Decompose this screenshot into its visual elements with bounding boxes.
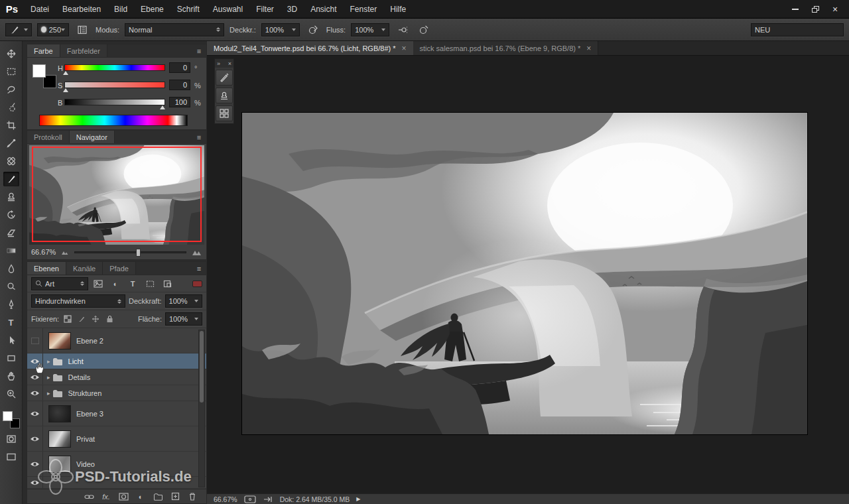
new-layer-button[interactable] <box>168 491 182 503</box>
expand-triangle-icon[interactable]: ▸ <box>47 358 50 365</box>
navigator-zoom-value[interactable]: 66.67% <box>31 248 56 256</box>
status-export-icon[interactable] <box>263 495 273 503</box>
foreground-color-swatch[interactable] <box>3 411 13 421</box>
navigator-zoom-slider[interactable] <box>74 251 186 253</box>
healing-brush-tool[interactable] <box>3 154 19 168</box>
tab-farbe[interactable]: Farbe <box>27 44 60 57</box>
pressure-opacity-button[interactable] <box>305 23 321 37</box>
tab-farbfelder[interactable]: Farbfelder <box>60 44 107 57</box>
crop-tool[interactable] <box>3 118 19 133</box>
layer-filter-toggle[interactable] <box>192 281 202 287</box>
tab-pfade[interactable]: Pfade <box>103 262 136 275</box>
brush-preset-picker[interactable]: 250 <box>37 23 69 36</box>
menu-auswahl[interactable]: Auswahl <box>206 0 249 19</box>
layers-scrollbar[interactable] <box>198 330 205 487</box>
lock-all-button[interactable] <box>104 313 115 325</box>
hue-slider[interactable] <box>64 64 165 71</box>
brush-tool[interactable] <box>3 172 19 186</box>
layers-scrollbar-thumb[interactable] <box>200 331 204 403</box>
add-adjustment-layer-button[interactable]: ◐ <box>133 491 148 503</box>
toggle-brush-panel-button[interactable] <box>74 23 90 37</box>
menu-3d[interactable]: 3D <box>281 0 304 19</box>
tab-navigator[interactable]: Navigator <box>70 131 115 143</box>
new-group-button[interactable] <box>151 491 165 503</box>
layer-style-button[interactable]: fx. <box>99 491 113 503</box>
document-tab-inactive[interactable]: stick salesman.psd bei 16.7% (Ebene 9, R… <box>413 41 599 55</box>
status-zoom-field[interactable]: 66.67% <box>214 495 237 503</box>
status-menu-arrow-icon[interactable]: ▶ <box>356 496 360 502</box>
workspace-switcher[interactable]: NEU <box>751 23 844 36</box>
lasso-tool[interactable] <box>3 82 19 97</box>
menu-bild[interactable]: Bild <box>107 0 134 19</box>
brightness-slider-thumb[interactable] <box>160 105 165 109</box>
clone-stamp-tool[interactable] <box>3 190 19 204</box>
foreground-color-swatch[interactable] <box>33 64 46 78</box>
layer-thumbnail[interactable] <box>48 405 71 422</box>
close-dock-icon[interactable]: × <box>228 60 231 67</box>
fluss-select[interactable]: 100% <box>351 23 389 36</box>
navigator-view-frame[interactable] <box>32 147 202 242</box>
layer-row-ebene3[interactable]: Ebene 3 <box>27 401 206 426</box>
color-swatch-pair[interactable] <box>33 64 56 88</box>
quick-selection-tool[interactable] <box>3 100 19 115</box>
eyedropper-tool[interactable] <box>3 136 19 151</box>
saturation-slider[interactable] <box>64 82 165 88</box>
menu-hilfe[interactable]: Hilfe <box>383 0 413 19</box>
quick-mask-button[interactable] <box>3 432 19 446</box>
brightness-slider[interactable] <box>64 99 165 105</box>
document-tab-active[interactable]: Modul2_Teil4_Tonwerte.psd bei 66.7% (Lic… <box>207 41 413 55</box>
layer-row-video[interactable]: Video <box>27 452 206 477</box>
move-tool[interactable] <box>3 46 19 61</box>
tab-close-icon[interactable]: × <box>586 44 591 53</box>
hue-value-field[interactable] <box>169 62 190 73</box>
layer-thumbnail[interactable] <box>48 456 71 473</box>
menu-ansicht[interactable]: Ansicht <box>304 0 343 19</box>
layer-row-partial[interactable] <box>27 477 206 489</box>
pen-tool[interactable] <box>3 297 19 312</box>
brightness-value-field[interactable] <box>169 97 190 107</box>
airbrush-button[interactable] <box>395 23 411 37</box>
hand-tool[interactable] <box>3 369 19 383</box>
menu-bearbeiten[interactable]: Bearbeiten <box>56 0 107 19</box>
lock-pixels-button[interactable] <box>76 313 87 325</box>
tab-protokoll[interactable]: Protokoll <box>27 131 70 143</box>
expand-triangle-icon[interactable]: ▸ <box>47 374 50 381</box>
delete-layer-button[interactable] <box>185 491 200 503</box>
add-layer-mask-button[interactable] <box>116 491 131 503</box>
navigator-zoom-slider-thumb[interactable] <box>136 249 141 257</box>
visibility-toggle[interactable] <box>27 328 43 353</box>
layer-fill-select[interactable]: 100% <box>165 312 202 326</box>
blend-mode-select[interactable]: Hindurchwirken <box>31 294 125 308</box>
deckkraft-select[interactable]: 100% <box>261 23 300 36</box>
visibility-toggle[interactable] <box>27 401 43 426</box>
layer-thumbnail[interactable] <box>48 332 71 349</box>
layer-row-licht[interactable]: ▸ Licht <box>27 353 206 369</box>
menu-filter[interactable]: Filter <box>249 0 281 19</box>
zoom-in-icon[interactable] <box>192 248 202 256</box>
tab-ebenen[interactable]: Ebenen <box>27 262 66 275</box>
expand-panels-icon[interactable]: » <box>217 60 220 67</box>
foreground-background-swatches[interactable] <box>3 411 20 428</box>
close-button[interactable]: × <box>825 3 845 16</box>
modus-select[interactable]: Normal <box>125 23 224 36</box>
dock-brush-presets-button[interactable] <box>216 70 233 86</box>
dock-swatches-button[interactable] <box>216 105 233 121</box>
layer-row-privat[interactable]: Privat <box>27 426 206 452</box>
menu-datei[interactable]: Datei <box>24 0 56 19</box>
menu-fenster[interactable]: Fenster <box>344 0 384 19</box>
saturation-slider-thumb[interactable] <box>63 88 68 92</box>
hue-slider-thumb[interactable] <box>63 71 68 75</box>
path-selection-tool[interactable] <box>3 333 19 347</box>
dock-clone-source-button[interactable] <box>216 88 233 103</box>
menu-schrift[interactable]: Schrift <box>170 0 206 19</box>
type-tool[interactable]: T <box>3 315 19 330</box>
visibility-toggle[interactable] <box>27 385 43 401</box>
filter-type-layers-button[interactable]: T <box>125 278 140 290</box>
layer-row-details[interactable]: ▸ Details <box>27 369 206 385</box>
layer-opacity-select[interactable]: 100% <box>165 294 202 308</box>
layer-row-strukturen[interactable]: ▸ Strukturen <box>27 385 206 401</box>
link-layers-button[interactable] <box>82 491 96 503</box>
layer-row-ebene2[interactable]: Ebene 2 <box>27 328 206 353</box>
shape-tool[interactable] <box>3 351 19 365</box>
panel-menu-icon[interactable]: ≡ <box>192 262 206 275</box>
